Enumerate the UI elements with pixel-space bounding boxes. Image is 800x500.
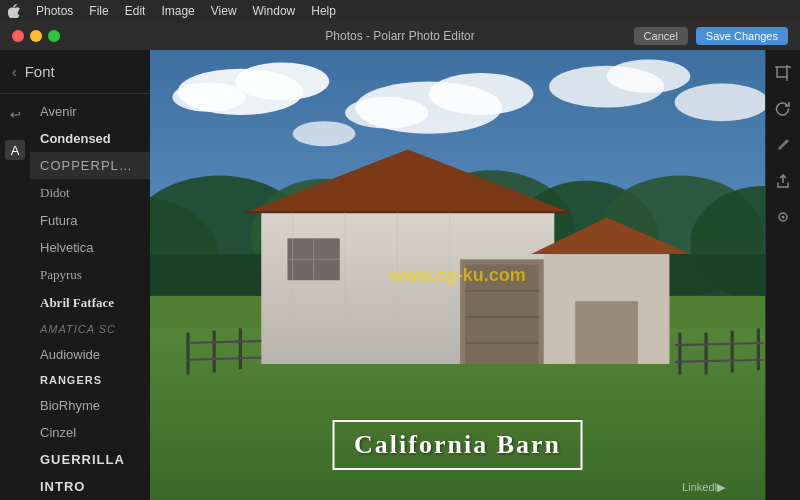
export-tool-icon[interactable] bbox=[772, 170, 794, 192]
svg-point-57 bbox=[782, 216, 785, 219]
rotate-tool-icon[interactable] bbox=[772, 98, 794, 120]
photo-area: www.cg-ku.com California Barn Linkedl▶ bbox=[150, 50, 765, 500]
font-item-cinzel[interactable]: Cinzel bbox=[30, 419, 150, 446]
sidebar-header: ‹ Font bbox=[0, 50, 150, 94]
photo-caption[interactable]: California Barn bbox=[332, 420, 583, 470]
minimize-button[interactable] bbox=[30, 30, 42, 42]
font-item-rangers[interactable]: RANGERS bbox=[30, 368, 150, 392]
brush-tool-icon[interactable] bbox=[772, 134, 794, 156]
font-item-condensed[interactable]: Condensed bbox=[30, 125, 150, 152]
title-action-buttons: Cancel Save Changes bbox=[634, 27, 788, 45]
crop-tool-icon[interactable] bbox=[772, 62, 794, 84]
back-arrow-icon[interactable]: ‹ bbox=[12, 64, 17, 80]
menu-bar: Photos File Edit Image View Window Help bbox=[0, 0, 800, 22]
traffic-lights bbox=[12, 30, 60, 42]
settings-tool-icon[interactable] bbox=[772, 206, 794, 228]
font-item-audiowide[interactable]: Audiowide bbox=[30, 341, 150, 368]
window-title: Photos - Polarr Photo Editor bbox=[325, 29, 474, 43]
font-item-helvetica[interactable]: Helvetica bbox=[30, 234, 150, 261]
menu-image[interactable]: Image bbox=[161, 4, 194, 18]
menu-help[interactable]: Help bbox=[311, 4, 336, 18]
font-item-biorhyme[interactable]: BioRhyme bbox=[30, 392, 150, 419]
font-item-abril-fatface[interactable]: Abril Fatface bbox=[30, 289, 150, 317]
font-item-amatica-sc[interactable]: AMATICA SC bbox=[30, 317, 150, 341]
font-item-guerrilla[interactable]: GUERRILLA bbox=[30, 446, 150, 473]
right-toolbar bbox=[765, 50, 800, 500]
sidebar: ‹ Font ↩ A Avenir Condensed COPPERPLATE … bbox=[0, 50, 150, 500]
linkedin-badge: Linkedl▶ bbox=[682, 481, 725, 494]
svg-point-5 bbox=[429, 73, 534, 115]
menu-window[interactable]: Window bbox=[253, 4, 296, 18]
apple-icon bbox=[8, 4, 20, 18]
svg-point-2 bbox=[235, 63, 329, 101]
font-item-didot[interactable]: Didot bbox=[30, 179, 150, 207]
font-item-futura[interactable]: Futura bbox=[30, 207, 150, 234]
menu-photos[interactable]: Photos bbox=[36, 4, 73, 18]
menu-file[interactable]: File bbox=[89, 4, 108, 18]
font-item-papyrus[interactable]: Papyrus bbox=[30, 261, 150, 289]
svg-rect-26 bbox=[465, 265, 538, 364]
font-list[interactable]: Avenir Condensed COPPERPLATE Didot Futur… bbox=[30, 94, 150, 500]
maximize-button[interactable] bbox=[48, 30, 60, 42]
font-item-intro[interactable]: INTRO bbox=[30, 473, 150, 500]
main-content: ‹ Font ↩ A Avenir Condensed COPPERPLATE … bbox=[0, 50, 800, 500]
menu-view[interactable]: View bbox=[211, 4, 237, 18]
font-item-avenir[interactable]: Avenir bbox=[30, 98, 150, 125]
font-item-copperplate[interactable]: COPPERPLATE bbox=[30, 152, 150, 179]
svg-point-8 bbox=[607, 59, 691, 92]
svg-point-6 bbox=[345, 97, 429, 128]
sidebar-title: Font bbox=[25, 63, 55, 80]
cancel-button[interactable]: Cancel bbox=[634, 27, 688, 45]
svg-point-3 bbox=[172, 82, 245, 111]
svg-point-10 bbox=[675, 83, 765, 121]
svg-point-9 bbox=[293, 121, 356, 146]
save-changes-button[interactable]: Save Changes bbox=[696, 27, 788, 45]
tool-strip: ↩ A bbox=[0, 94, 30, 500]
close-button[interactable] bbox=[12, 30, 24, 42]
svg-rect-39 bbox=[575, 301, 638, 364]
text-tool-icon[interactable]: A bbox=[5, 140, 25, 160]
svg-rect-51 bbox=[777, 67, 787, 77]
menu-edit[interactable]: Edit bbox=[125, 4, 146, 18]
undo-tool-icon[interactable]: ↩ bbox=[5, 104, 25, 124]
title-bar: Photos - Polarr Photo Editor Cancel Save… bbox=[0, 22, 800, 50]
